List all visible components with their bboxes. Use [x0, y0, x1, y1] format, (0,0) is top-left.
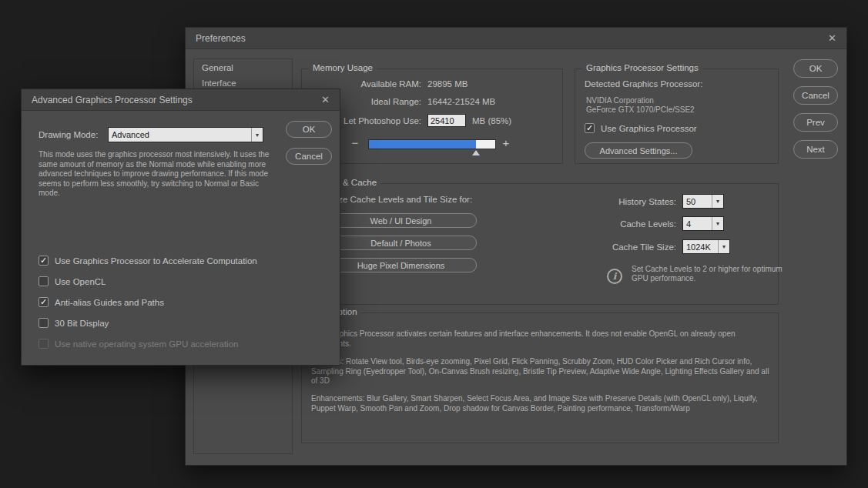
drawing-mode-label: Drawing Mode: — [39, 130, 98, 139]
check-icon: ✓ — [40, 256, 47, 265]
description-section: Description The Graphics Processor activ… — [301, 313, 779, 443]
ok-button[interactable]: OK — [793, 59, 838, 78]
description-paragraph-1: The Graphics Processor activates certain… — [311, 329, 772, 349]
thirty-bit-checkbox[interactable]: ✓ — [39, 318, 49, 328]
close-icon[interactable]: ✕ — [828, 32, 836, 44]
preferences-title: Preferences — [196, 33, 828, 44]
increase-memory-button[interactable]: + — [501, 136, 511, 149]
cache-levels-label: Cache Levels: — [548, 219, 676, 229]
sidebar-item-general[interactable]: General — [194, 59, 292, 75]
chevron-down-icon: ▾ — [712, 195, 723, 208]
thirty-bit-label: 30 Bit Display — [55, 319, 109, 328]
memory-slider[interactable] — [368, 139, 496, 149]
detected-gpu-label: Detected Graphics Processor: — [585, 79, 702, 89]
opencl-label: Use OpenCL — [55, 277, 106, 286]
antialias-checkbox[interactable]: ✓ — [39, 297, 49, 307]
next-button[interactable]: Next — [793, 140, 838, 159]
prev-button[interactable]: Prev — [793, 113, 838, 132]
checkbox-row-native-gpu: ✓ Use native operating system GPU accele… — [39, 339, 238, 349]
drawing-mode-dropdown[interactable]: Advanced ▾ — [108, 127, 263, 142]
cache-tile-size-dropdown[interactable]: 1024K ▾ — [682, 239, 730, 254]
close-icon[interactable]: ✕ — [321, 94, 330, 105]
memory-slider-thumb[interactable] — [472, 150, 480, 155]
available-ram-value: 29895 MB — [427, 79, 468, 89]
memory-amount-input[interactable] — [427, 114, 466, 127]
available-ram-row: Available RAM: 29895 MB — [302, 79, 468, 89]
history-states-row: History States: 50 ▾ — [548, 194, 724, 209]
preset-web-ui-design-button[interactable]: Web / UI Design — [325, 213, 477, 228]
gpu-accelerate-label: Use Graphics Processor to Accelerate Com… — [55, 256, 257, 266]
checkbox-row-gpu-accelerate[interactable]: ✓ Use Graphics Processor to Accelerate C… — [39, 256, 257, 266]
preset-default-photos-button[interactable]: Default / Photos — [325, 236, 477, 250]
chevron-down-icon: ▾ — [251, 128, 263, 142]
native-gpu-label: Use native operating system GPU accelera… — [55, 339, 238, 349]
history-states-dropdown[interactable]: 50 ▾ — [682, 194, 724, 209]
cache-levels-dropdown[interactable]: 4 ▾ — [682, 216, 724, 231]
cache-tile-size-row: Cache Tile Size: 1024K ▾ — [548, 239, 730, 254]
checkbox-row-30bit[interactable]: ✓ 30 Bit Display — [39, 318, 109, 328]
drawing-mode-value: Advanced — [109, 130, 251, 139]
advanced-gpu-title: Advanced Graphics Processor Settings — [32, 95, 321, 105]
cache-tile-size-value: 1024K — [683, 242, 718, 252]
history-cache-section: History & Cache Optimize Cache Levels an… — [301, 183, 779, 305]
description-paragraph-2: Features: Rotate View tool, Birds-eye zo… — [311, 357, 772, 386]
drawing-mode-description: This mode uses the graphics processor mo… — [39, 150, 279, 199]
advanced-settings-button[interactable]: Advanced Settings... — [585, 142, 692, 159]
checkbox-row-antialias[interactable]: ✓ Anti-alias Guides and Paths — [39, 297, 164, 307]
cache-levels-value: 4 — [683, 219, 712, 229]
description-paragraph-3: Enhancements: Blur Gallery, Smart Sharpe… — [311, 394, 772, 413]
memory-slider-fill — [369, 140, 476, 149]
graphics-processor-section: Graphics Processor Settings Detected Gra… — [575, 69, 779, 164]
use-graphics-processor-checkbox[interactable]: ✓ — [585, 123, 595, 133]
ideal-range-value: 16442-21524 MB — [427, 97, 495, 106]
checkbox-row-opencl[interactable]: ✓ Use OpenCL — [39, 276, 106, 286]
use-graphics-processor-checkbox-row[interactable]: ✓ Use Graphics Processor — [585, 123, 697, 133]
available-ram-label: Available RAM: — [302, 79, 421, 89]
antialias-label: Anti-alias Guides and Paths — [55, 298, 164, 307]
use-graphics-processor-label: Use Graphics Processor — [601, 124, 697, 133]
chevron-down-icon: ▾ — [718, 240, 729, 253]
native-gpu-checkbox: ✓ — [39, 339, 49, 349]
info-icon: i — [607, 269, 622, 284]
opencl-checkbox[interactable]: ✓ — [39, 276, 49, 286]
advanced-gpu-dialog: Advanced Graphics Processor Settings ✕ D… — [21, 89, 340, 366]
graphics-processor-section-title: Graphics Processor Settings — [582, 63, 702, 72]
advanced-gpu-titlebar[interactable]: Advanced Graphics Processor Settings ✕ — [22, 89, 340, 111]
memory-usage-section-title: Memory Usage — [309, 63, 377, 72]
preset-huge-pixel-dimensions-button[interactable]: Huge Pixel Dimensions — [325, 258, 477, 272]
history-states-value: 50 — [683, 197, 712, 206]
gpu-model: GeForce GTX 1070/PCIe/SSE2 — [586, 105, 695, 114]
memory-usage-section: Memory Usage Available RAM: 29895 MB Ide… — [301, 69, 563, 164]
cancel-button[interactable]: Cancel — [793, 86, 838, 105]
cache-tile-size-label: Cache Tile Size: — [548, 242, 676, 252]
preferences-titlebar[interactable]: Preferences ✕ — [186, 28, 846, 49]
gpu-accelerate-checkbox[interactable]: ✓ — [39, 256, 49, 266]
check-icon: ✓ — [586, 124, 593, 132]
memory-amount-suffix: MB (85%) — [472, 116, 511, 125]
sidebar-item-interface[interactable]: Interface — [194, 75, 292, 90]
decrease-memory-button[interactable]: − — [350, 136, 360, 149]
history-states-label: History States: — [548, 197, 676, 206]
gpu-vendor: NVIDIA Corporation — [586, 96, 654, 105]
desktop-background: Preferences ✕ General Interface Memory U… — [0, 0, 868, 488]
advanced-ok-button[interactable]: OK — [286, 121, 332, 138]
cache-levels-tip: Set Cache Levels to 2 or higher for opti… — [632, 265, 789, 283]
chevron-down-icon: ▾ — [712, 217, 723, 230]
advanced-cancel-button[interactable]: Cancel — [286, 148, 332, 165]
cache-levels-row: Cache Levels: 4 ▾ — [548, 216, 724, 231]
check-icon: ✓ — [40, 298, 47, 306]
memory-slider-row: − + — [302, 135, 562, 155]
